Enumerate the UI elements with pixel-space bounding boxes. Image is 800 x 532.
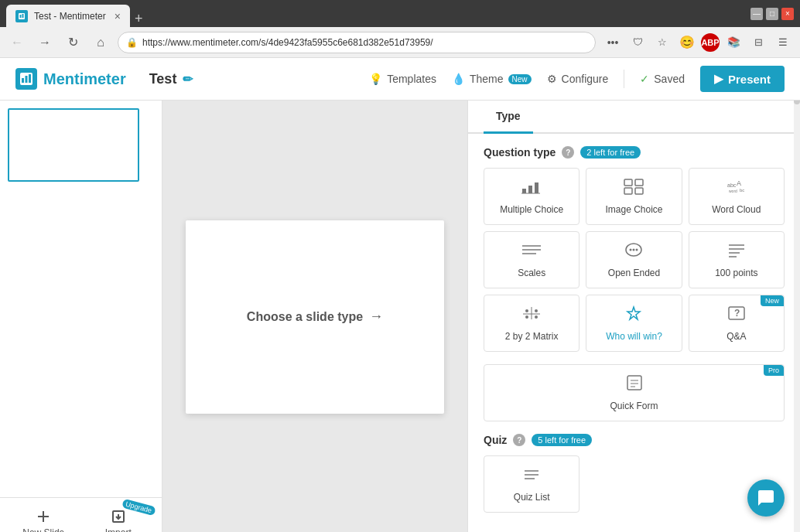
type-card-scales[interactable]: Scales <box>484 231 579 288</box>
present-button[interactable]: ▶ Present <box>700 66 785 92</box>
tab-favicon <box>15 10 28 22</box>
type-card-word-cloud[interactable]: abcwordAbc Word Cloud <box>689 168 785 225</box>
profile-icon[interactable]: 😊 <box>676 32 698 53</box>
present-play-icon: ▶ <box>714 72 723 86</box>
home-button[interactable]: ⌂ <box>90 32 111 53</box>
tab-type[interactable]: Type <box>484 101 533 134</box>
quiz-help-icon[interactable]: ? <box>513 434 525 446</box>
doc-title: Test ✏ <box>149 71 193 87</box>
logo-icon <box>15 68 37 90</box>
svg-text:word: word <box>729 189 737 193</box>
quick-form-row: Pro Quick Form <box>484 364 785 421</box>
svg-point-34 <box>525 309 528 312</box>
free-badge: 2 left for free <box>580 146 641 159</box>
question-type-label: Question type <box>484 146 556 159</box>
svg-text:A: A <box>737 179 741 187</box>
bookmark-icon[interactable]: ☆ <box>651 32 673 53</box>
svg-rect-18 <box>635 188 643 194</box>
import-label: Import <box>105 527 132 532</box>
type-card-qna[interactable]: New ? Q&A <box>689 295 785 352</box>
type-card-quiz-list[interactable]: Quiz List <box>484 455 579 513</box>
close-button[interactable]: × <box>781 8 794 20</box>
chat-bubble-button[interactable] <box>747 479 785 517</box>
type-card-who-will-win[interactable]: Who will win? <box>586 295 682 352</box>
tab-title: Test - Mentimeter <box>34 11 106 22</box>
svg-text:abc: abc <box>727 182 737 188</box>
saved-indicator: ✓ Saved <box>640 73 685 85</box>
svg-point-29 <box>636 249 638 251</box>
main-content: Choose a slide type → Pro tip! While pre… <box>162 101 467 532</box>
matrix-icon <box>521 305 542 326</box>
saved-label: Saved <box>654 73 685 85</box>
logo-area: Mentimeter <box>15 68 126 90</box>
configure-nav-item[interactable]: ⚙ Configure <box>547 73 609 85</box>
svg-point-36 <box>525 315 528 319</box>
sidebar-bottom: New Slide Import Upgrade <box>0 497 162 532</box>
theme-label: Theme <box>470 73 504 85</box>
address-bar[interactable]: 🔒 https://www.mentimeter.com/s/4de9423fa… <box>118 32 596 53</box>
type-card-image-choice[interactable]: Image Choice <box>586 168 682 225</box>
quick-form-icon <box>624 374 645 396</box>
browser-tab[interactable]: Test - Mentimeter × <box>6 5 130 27</box>
choose-slide-text: Choose a slide type → <box>247 309 383 325</box>
slide-editor: Choose a slide type → <box>162 101 467 532</box>
shield-icon[interactable]: 🛡 <box>627 32 648 53</box>
type-card-open-ended[interactable]: Open Ended <box>586 231 682 288</box>
templates-label: Templates <box>387 73 436 85</box>
reload-button[interactable]: ↻ <box>62 32 84 53</box>
tab-close-button[interactable]: × <box>115 10 121 22</box>
scrollbar-track <box>794 58 800 532</box>
new-tab-button[interactable]: + <box>135 11 143 27</box>
adblock-icon[interactable]: ABP <box>701 33 720 52</box>
svg-rect-2 <box>22 14 24 18</box>
browser-tabs: Test - Mentimeter × + <box>6 0 143 27</box>
import-icon <box>111 509 126 524</box>
maximize-button[interactable]: □ <box>766 8 778 20</box>
minimize-button[interactable]: — <box>750 8 763 20</box>
library-icon[interactable]: 📚 <box>723 32 744 53</box>
svg-rect-12 <box>528 186 532 193</box>
svg-rect-11 <box>522 189 526 193</box>
svg-text:bc: bc <box>740 188 744 193</box>
100-points-label: 100 points <box>715 268 757 278</box>
panel-body: Question type ? 2 left for free Multiple… <box>468 134 800 532</box>
qna-new-badge: New <box>761 295 784 306</box>
svg-text:?: ? <box>734 308 740 319</box>
svg-rect-6 <box>29 74 31 83</box>
sidebar-icon[interactable]: ⊟ <box>747 32 769 53</box>
choose-slide-prompt: Choose a slide type <box>247 310 363 324</box>
templates-nav-item[interactable]: 💡 Templates <box>369 73 436 85</box>
quiz-types-grid: Quiz List <box>484 455 785 513</box>
import-button[interactable]: Import Upgrade <box>81 504 156 532</box>
open-ended-icon <box>623 241 644 263</box>
saved-check-icon: ✓ <box>640 73 649 85</box>
new-slide-button[interactable]: New Slide <box>6 504 81 532</box>
question-type-help-icon[interactable]: ? <box>562 146 574 159</box>
type-card-multiple-choice[interactable]: Multiple Choice <box>484 168 579 225</box>
slide-thumbnail[interactable] <box>8 108 139 182</box>
matrix-label: 2 by 2 Matrix <box>505 331 559 342</box>
type-card-quick-form[interactable]: Pro Quick Form <box>484 364 785 421</box>
type-card-matrix[interactable]: 2 by 2 Matrix <box>484 295 579 352</box>
edit-title-icon[interactable]: ✏ <box>183 72 193 87</box>
slide-canvas[interactable]: Choose a slide type → <box>186 220 444 414</box>
upgrade-badge: Upgrade <box>122 499 156 517</box>
logo-text: Mentimeter <box>43 70 126 88</box>
quiz-list-label: Quiz List <box>514 492 550 503</box>
more-button[interactable]: ••• <box>602 32 624 53</box>
browser-nav-icons: ••• 🛡 ☆ 😊 ABP 📚 ⊟ ☰ <box>602 32 794 53</box>
image-choice-icon <box>623 178 644 200</box>
app-header: Mentimeter Test ✏ 💡 Templates 💧 Theme Ne… <box>0 58 800 101</box>
svg-rect-16 <box>635 179 643 186</box>
address-text: https://www.mentimeter.com/s/4de9423fa59… <box>142 37 587 48</box>
header-divider <box>624 70 624 88</box>
open-ended-label: Open Ended <box>608 268 660 278</box>
menu-icon[interactable]: ☰ <box>772 32 794 53</box>
theme-nav-item[interactable]: 💧 Theme New <box>452 73 532 85</box>
back-button[interactable]: ← <box>6 32 28 53</box>
type-card-100-points[interactable]: 100 points <box>689 231 785 288</box>
scales-label: Scales <box>518 268 545 278</box>
question-types-grid: Multiple Choice Image Choice abcwordAbc … <box>484 168 785 352</box>
question-type-section-title: Question type ? 2 left for free <box>484 146 785 159</box>
forward-button[interactable]: → <box>34 32 56 53</box>
